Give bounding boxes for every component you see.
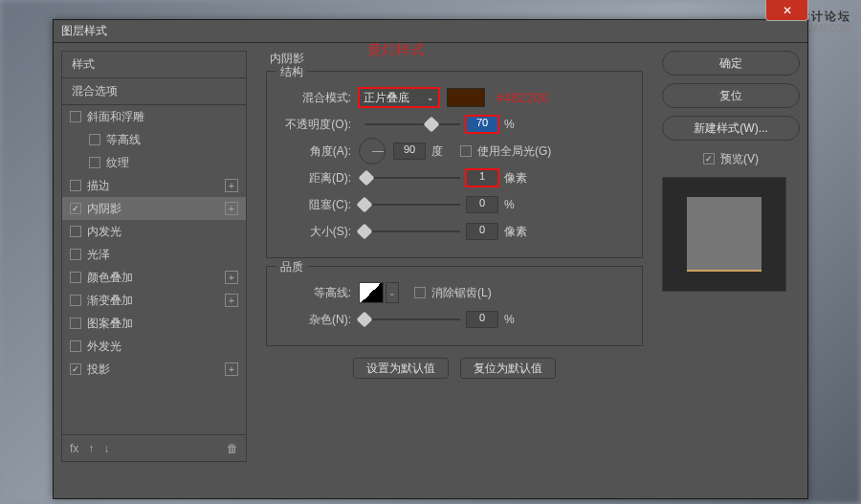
style-item[interactable]: 纹理 [62, 151, 246, 174]
style-checkbox[interactable] [70, 318, 81, 329]
style-item[interactable]: 渐变叠加+ [62, 289, 246, 312]
style-label: 内阴影 [87, 201, 121, 217]
noise-input[interactable]: 0 [466, 311, 498, 328]
noise-slider[interactable] [364, 318, 460, 320]
choke-label: 阻塞(C): [276, 197, 351, 213]
style-checkbox[interactable] [70, 363, 81, 375]
size-slider[interactable] [364, 230, 460, 232]
style-checkbox[interactable] [70, 226, 81, 237]
structure-legend: 结构 [276, 64, 307, 80]
trash-icon[interactable]: 🗑 [227, 442, 238, 455]
blend-mode-select[interactable]: 正片叠底⌄ [359, 88, 439, 107]
choke-input[interactable]: 0 [466, 196, 498, 213]
distance-input[interactable]: 1 [466, 169, 498, 186]
add-icon[interactable]: + [225, 202, 238, 215]
contour-thumb[interactable] [359, 282, 384, 303]
style-item[interactable]: 外发光 [62, 335, 246, 358]
style-item[interactable]: 投影+ [62, 358, 246, 381]
style-checkbox[interactable] [70, 340, 81, 352]
preview-label: 预览(V) [720, 151, 759, 167]
distance-label: 距离(D): [276, 170, 351, 186]
section-title: 内阴影 [266, 51, 643, 67]
size-label: 大小(S): [276, 224, 351, 240]
size-input[interactable]: 0 [466, 223, 498, 240]
styles-header[interactable]: 样式 [62, 52, 246, 78]
global-light-checkbox[interactable] [460, 145, 472, 157]
preview-checkbox[interactable] [703, 153, 715, 164]
blend-mode-label: 混合模式: [276, 90, 351, 106]
titlebar: 图层样式 [54, 20, 807, 43]
global-light-label: 使用全局光(G) [477, 143, 551, 160]
angle-dial[interactable] [359, 138, 386, 164]
preview-box [662, 177, 786, 292]
distance-slider[interactable] [364, 177, 460, 179]
style-item[interactable]: 等高线 [62, 128, 246, 151]
style-label: 外发光 [87, 339, 121, 355]
hex-annotation: #482200 [497, 90, 549, 105]
antialias-checkbox[interactable] [414, 287, 426, 298]
dialog-title: 图层样式 [61, 23, 107, 39]
angle-label: 角度(A): [276, 143, 351, 160]
style-item[interactable]: 斜面和浮雕 [62, 105, 246, 128]
style-item[interactable]: 内发光 [62, 220, 246, 243]
contour-label: 等高线: [276, 285, 351, 301]
style-checkbox[interactable] [89, 157, 100, 168]
close-button[interactable]: ✕ [765, 0, 808, 21]
arrow-down-icon[interactable]: ↓ [103, 442, 109, 455]
annotation-title: 黄灯样式 [367, 41, 425, 59]
arrow-up-icon[interactable]: ↑ [88, 442, 94, 455]
opacity-slider[interactable] [364, 123, 460, 125]
antialias-label: 消除锯齿(L) [431, 285, 492, 301]
opacity-input[interactable]: 70 [466, 116, 498, 133]
choke-slider[interactable] [364, 204, 460, 206]
blend-options-header[interactable]: 混合选项 [62, 78, 246, 105]
opacity-label: 不透明度(O): [276, 117, 351, 133]
style-label: 光泽 [87, 247, 110, 263]
style-label: 颜色叠加 [87, 270, 133, 286]
style-label: 图案叠加 [87, 316, 133, 332]
style-label: 渐变叠加 [87, 293, 133, 309]
fx-icon[interactable]: fx [70, 442, 78, 455]
style-checkbox[interactable] [70, 249, 81, 260]
contour-dropdown[interactable]: ⌄ [386, 282, 399, 303]
style-label: 斜面和浮雕 [87, 109, 144, 125]
style-checkbox[interactable] [70, 203, 81, 214]
style-item[interactable]: 图案叠加 [62, 312, 246, 335]
noise-label: 杂色(N): [276, 312, 351, 328]
reset-default-button[interactable]: 复位为默认值 [460, 358, 556, 379]
style-item[interactable]: 内阴影+ [62, 197, 246, 220]
add-icon[interactable]: + [225, 294, 238, 307]
add-icon[interactable]: + [225, 362, 238, 376]
set-default-button[interactable]: 设置为默认值 [353, 358, 449, 379]
cancel-button[interactable]: 复位 [662, 83, 800, 108]
style-label: 描边 [87, 178, 110, 194]
style-item[interactable]: 颜色叠加+ [62, 266, 246, 289]
style-label: 等高线 [106, 132, 141, 148]
style-item[interactable]: 描边+ [62, 174, 246, 197]
style-checkbox[interactable] [70, 180, 81, 191]
style-item[interactable]: 光泽 [62, 243, 246, 266]
quality-legend: 品质 [276, 259, 307, 275]
angle-input[interactable]: 90 [393, 142, 426, 160]
style-checkbox[interactable] [70, 295, 81, 306]
style-label: 内发光 [87, 224, 121, 240]
color-swatch[interactable] [447, 88, 485, 107]
add-icon[interactable]: + [225, 179, 238, 192]
ok-button[interactable]: 确定 [662, 51, 800, 76]
new-style-button[interactable]: 新建样式(W)... [662, 116, 800, 141]
style-checkbox[interactable] [70, 111, 81, 122]
style-label: 纹理 [106, 155, 129, 171]
style-checkbox[interactable] [89, 134, 100, 145]
add-icon[interactable]: + [225, 271, 238, 284]
style-label: 投影 [87, 362, 110, 378]
style-checkbox[interactable] [70, 272, 81, 283]
layer-style-dialog: 图层样式 样式 混合选项 斜面和浮雕等高线纹理描边+内阴影+内发光光泽颜色叠加+… [53, 19, 808, 499]
